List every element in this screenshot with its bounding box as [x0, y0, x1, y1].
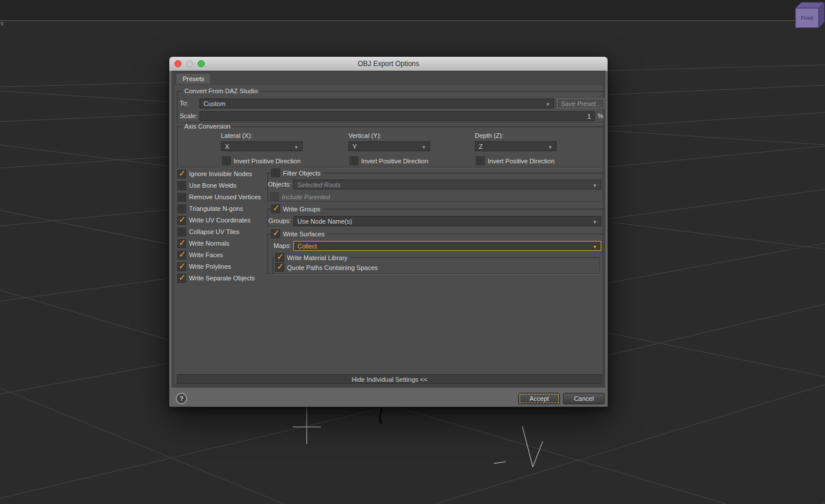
write-groups-group: Write Groups Groups: Use Node Name(s) — [267, 209, 603, 227]
axis-conversion-group: Axis Conversion Lateral (X): X Invert Po… — [177, 126, 604, 167]
option-label: Write UV Coordinates — [189, 217, 250, 224]
window-controls — [175, 60, 205, 67]
write-separate-objects-checkbox[interactable] — [177, 274, 186, 283]
write-groups-label: Write Groups — [283, 206, 321, 213]
groups-dropdown-value: Use Node Name(s) — [297, 218, 352, 225]
export-options-list: Ignore Invisible Nodes Use Bone Welds Re… — [177, 168, 261, 284]
invert-x-row: Invert Positive Direction — [222, 156, 301, 165]
option-row-write-normals: Write Normals — [177, 238, 261, 249]
ignore-invisible-nodes-checkbox[interactable] — [177, 170, 186, 178]
write-surfaces-group: Write Surfaces Maps: Collect Write Mater… — [267, 233, 603, 274]
option-row-write-separate-objects: Write Separate Objects — [177, 272, 261, 284]
filter-objects-checkbox[interactable] — [271, 169, 280, 177]
option-row-remove-unused-vertices: Remove Unused Vertices — [177, 191, 261, 203]
groups-label: Groups: — [268, 217, 291, 225]
write-surfaces-label: Write Surfaces — [283, 231, 325, 238]
lateral-x-dropdown[interactable]: X — [221, 141, 303, 151]
collapse-uv-tiles-checkbox[interactable] — [177, 228, 186, 236]
groups-dropdown[interactable]: Use Node Name(s) — [293, 216, 601, 226]
to-label: To: — [180, 100, 188, 107]
viewport-top-strip — [0, 0, 825, 20]
presets-pane: Convert From DAZ Studio To: Custom Save … — [173, 84, 604, 385]
write-normals-checkbox[interactable] — [177, 239, 186, 248]
invert-y-label: Invert Positive Direction — [361, 158, 428, 165]
help-button[interactable]: ? — [176, 393, 187, 404]
chevron-down-icon — [548, 143, 553, 150]
depth-z-dropdown[interactable]: Z — [475, 141, 557, 151]
invert-x-checkbox[interactable] — [222, 156, 231, 165]
invert-x-label: Invert Positive Direction — [234, 158, 301, 165]
option-row-write-faces: Write Faces — [177, 249, 261, 261]
write-groups-checkbox[interactable] — [271, 204, 280, 213]
minimize-button[interactable] — [186, 60, 193, 67]
option-row-write-polylines: Write Polylines — [177, 261, 261, 272]
remove-unused-vertices-checkbox[interactable] — [177, 193, 186, 202]
option-row-use-bone-welds: Use Bone Welds — [177, 180, 261, 191]
material-library-group: Write Material Library Quote Paths Conta… — [272, 257, 600, 274]
use-bone-welds-checkbox[interactable] — [177, 181, 186, 190]
preset-dropdown[interactable]: Custom — [199, 98, 554, 108]
lateral-x-value: X — [225, 143, 229, 150]
write-groups-header: Write Groups — [271, 204, 324, 213]
chevron-down-icon — [593, 218, 597, 225]
view-cube-face-label: Front — [801, 15, 813, 21]
axis-group-legend: Axis Conversion — [182, 123, 232, 130]
convert-group: Convert From DAZ Studio To: Custom Save … — [177, 91, 604, 123]
scale-unit-label: % — [598, 112, 604, 120]
option-label: Write Separate Objects — [189, 275, 255, 282]
write-material-library-checkbox[interactable] — [275, 253, 284, 262]
option-row-triangulate-ngons: Triangulate N-gons — [177, 203, 261, 214]
write-material-library-header: Write Material Library — [275, 253, 350, 262]
vertical-y-value: Y — [352, 143, 357, 150]
include-parented-row: Include Parented — [270, 192, 330, 201]
close-button[interactable] — [175, 60, 181, 67]
depth-z-label: Depth (Z): — [475, 132, 504, 140]
quote-paths-checkbox[interactable] — [275, 263, 284, 272]
preset-dropdown-value: Custom — [203, 100, 226, 107]
cancel-button[interactable]: Cancel — [563, 393, 605, 404]
write-uv-coordinates-checkbox[interactable] — [177, 216, 186, 225]
vertical-y-dropdown[interactable]: Y — [348, 141, 430, 151]
invert-z-checkbox[interactable] — [476, 156, 485, 165]
triangulate-ngons-checkbox[interactable] — [177, 204, 186, 213]
quote-paths-label: Quote Paths Containing Spaces — [287, 264, 378, 271]
maps-dropdown-value: Collect — [297, 243, 317, 250]
save-preset-button[interactable]: Save Preset... — [557, 98, 605, 108]
option-label: Ignore Invisible Nodes — [189, 170, 252, 177]
invert-y-checkbox[interactable] — [350, 156, 358, 165]
option-label: Collapse UV Tiles — [189, 228, 239, 235]
chevron-down-icon — [593, 243, 597, 250]
option-row-write-uv-coordinates: Write UV Coordinates — [177, 214, 261, 226]
zoom-button[interactable] — [198, 60, 205, 67]
maps-dropdown[interactable]: Collect — [293, 241, 601, 251]
quote-paths-row: Quote Paths Containing Spaces — [275, 263, 378, 272]
vertical-y-label: Vertical (Y): — [348, 132, 381, 140]
convert-group-legend: Convert From DAZ Studio — [182, 87, 260, 95]
hide-individual-settings-button[interactable]: Hide Individual Settings << — [177, 374, 602, 384]
chevron-down-icon — [593, 181, 597, 188]
scale-field[interactable]: 1 — [199, 111, 595, 121]
scale-label: Scale: — [180, 112, 198, 120]
write-polylines-checkbox[interactable] — [177, 262, 186, 271]
accept-button[interactable]: Accept — [518, 393, 560, 404]
dialog-content: Presets Convert From DAZ Studio To: Cust… — [172, 71, 605, 388]
option-label: Use Bone Welds — [189, 182, 237, 189]
dialog-titlebar[interactable]: OBJ Export Options — [169, 57, 608, 71]
view-cube[interactable]: Front — [795, 2, 824, 28]
tab-presets[interactable]: Presets — [176, 73, 211, 85]
question-mark-icon: ? — [180, 395, 184, 402]
include-parented-label: Include Parented — [282, 193, 330, 200]
option-label: Remove Unused Vertices — [189, 193, 261, 200]
maps-label: Maps: — [268, 242, 291, 250]
objects-dropdown[interactable]: Selected Roots — [293, 180, 601, 189]
scale-value: 1 — [587, 113, 591, 120]
write-surfaces-checkbox[interactable] — [271, 229, 280, 238]
chevron-down-icon — [546, 100, 550, 107]
lateral-x-label: Lateral (X): — [221, 132, 252, 140]
include-parented-checkbox[interactable] — [270, 192, 279, 201]
write-material-library-label: Write Material Library — [287, 254, 347, 261]
write-faces-checkbox[interactable] — [177, 251, 186, 260]
filter-objects-group: Filter Objects Objects: Selected Roots I… — [267, 173, 603, 202]
option-row-collapse-uv-tiles: Collapse UV Tiles — [177, 226, 261, 238]
option-label: Write Normals — [189, 240, 229, 247]
